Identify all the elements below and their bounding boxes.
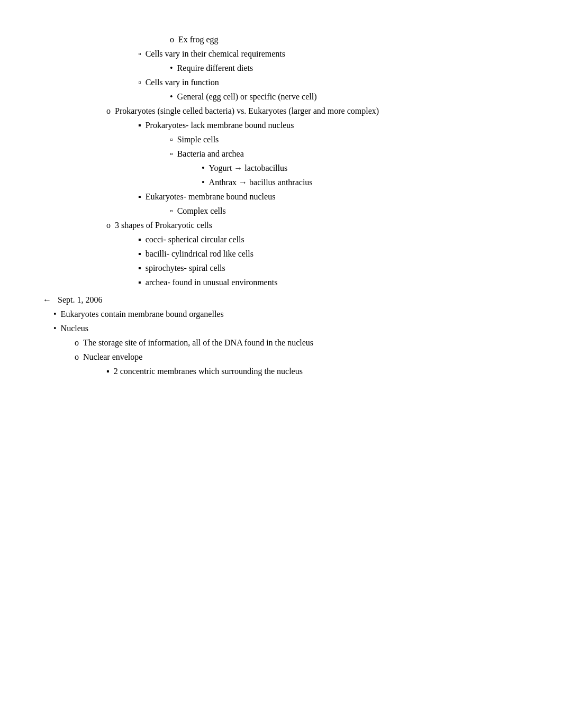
outline-line: ▫Cells vary in their chemical requiremen… bbox=[43, 48, 519, 60]
line-text: Nucleus bbox=[61, 322, 519, 335]
line-text: Eukaryotes contain membrane bound organe… bbox=[61, 308, 519, 321]
outline-line: oThe storage site of information, all of… bbox=[43, 336, 519, 349]
outline-line: ▫Bacteria and archea bbox=[43, 148, 519, 160]
line-text: Simple cells bbox=[177, 133, 519, 146]
bullet-icon: ▪ bbox=[138, 233, 141, 246]
date-outline-content: •Eukaryotes contain membrane bound organ… bbox=[43, 308, 519, 378]
line-text: Eukaryotes- membrane bound nucleus bbox=[146, 190, 519, 203]
back-arrow-icon: ← bbox=[43, 295, 51, 305]
bullet-icon: ▫ bbox=[170, 148, 173, 160]
line-text: archea- found in unusual environments bbox=[146, 276, 519, 289]
outline-line: oEx frog egg bbox=[43, 33, 519, 46]
bullet-icon: o bbox=[106, 219, 111, 232]
line-text: 2 concentric membranes which surrounding… bbox=[114, 365, 519, 378]
line-text: Cells vary in their chemical requirement… bbox=[146, 48, 519, 60]
bullet-icon: ▫ bbox=[170, 133, 173, 146]
line-text: Prokaryotes (single celled bacteria) vs.… bbox=[115, 105, 519, 117]
outline-line: •Require different diets bbox=[43, 62, 519, 75]
bullet-icon: • bbox=[202, 176, 205, 189]
line-text: Prokaryotes- lack membrane bound nucleus bbox=[146, 119, 519, 132]
line-text: Nuclear envelope bbox=[83, 351, 519, 363]
bullet-icon: ▫ bbox=[138, 76, 141, 89]
outline-line: ▪cocci- spherical circular cells bbox=[43, 233, 519, 246]
line-text: Ex frog egg bbox=[178, 33, 519, 46]
bullet-icon: ▪ bbox=[138, 248, 141, 260]
outline-line: o3 shapes of Prokaryotic cells bbox=[43, 219, 519, 232]
bullet-icon: ▪ bbox=[106, 365, 110, 378]
outline-line: ▫Complex cells bbox=[43, 205, 519, 217]
bullet-icon: • bbox=[170, 90, 173, 103]
line-text: Cells vary in function bbox=[146, 76, 519, 89]
date-label: Sept. 1, 2006 bbox=[58, 295, 102, 305]
outline-line: •General (egg cell) or specific (nerve c… bbox=[43, 90, 519, 103]
bullet-icon: o bbox=[106, 105, 111, 117]
outline-line: ▪archea- found in unusual environments bbox=[43, 276, 519, 289]
outline-line: •Nucleus bbox=[43, 322, 519, 335]
line-text: Bacteria and archea bbox=[177, 148, 519, 160]
bullet-icon: ▪ bbox=[138, 262, 141, 275]
line-text: Complex cells bbox=[177, 205, 519, 217]
bullet-icon: • bbox=[202, 162, 205, 175]
bullet-icon: ▪ bbox=[138, 119, 141, 132]
line-text: The storage site of information, all of … bbox=[83, 336, 519, 349]
outline-line: oProkaryotes (single celled bacteria) vs… bbox=[43, 105, 519, 117]
outline-content: oEx frog egg▫Cells vary in their chemica… bbox=[43, 33, 519, 289]
outline-line: ▫Simple cells bbox=[43, 133, 519, 146]
bullet-icon: ▪ bbox=[138, 276, 141, 289]
line-text: Yogurt → lactobacillus bbox=[209, 162, 519, 175]
bullet-icon: • bbox=[53, 322, 57, 335]
bullet-icon: • bbox=[53, 308, 57, 321]
outline-line: •Yogurt → lactobacillus bbox=[43, 162, 519, 175]
outline-line: ▪Prokaryotes- lack membrane bound nucleu… bbox=[43, 119, 519, 132]
date-section: ← Sept. 1, 2006 bbox=[43, 295, 519, 305]
bullet-icon: o bbox=[75, 351, 79, 363]
outline-line: oNuclear envelope bbox=[43, 351, 519, 363]
bullet-icon: o bbox=[75, 336, 79, 349]
outline-line: •Anthrax → bacillus anthracius bbox=[43, 176, 519, 189]
line-text: General (egg cell) or specific (nerve ce… bbox=[177, 90, 519, 103]
bullet-icon: ▫ bbox=[138, 48, 141, 60]
outline-line: ▪spirochytes- spiral cells bbox=[43, 262, 519, 275]
outline-line: •Eukaryotes contain membrane bound organ… bbox=[43, 308, 519, 321]
main-content: oEx frog egg▫Cells vary in their chemica… bbox=[43, 33, 519, 378]
outline-line: ▫Cells vary in function bbox=[43, 76, 519, 89]
bullet-icon: ▫ bbox=[170, 205, 173, 217]
line-text: Require different diets bbox=[177, 62, 519, 75]
outline-line: ▪bacilli- cylindrical rod like cells bbox=[43, 248, 519, 260]
bullet-icon: ▪ bbox=[138, 190, 141, 203]
line-text: 3 shapes of Prokaryotic cells bbox=[115, 219, 519, 232]
line-text: spirochytes- spiral cells bbox=[146, 262, 519, 275]
bullet-icon: o bbox=[170, 33, 174, 46]
outline-line: ▪2 concentric membranes which surroundin… bbox=[43, 365, 519, 378]
bullet-icon: • bbox=[170, 62, 173, 75]
line-text: Anthrax → bacillus anthracius bbox=[209, 176, 519, 189]
line-text: bacilli- cylindrical rod like cells bbox=[146, 248, 519, 260]
line-text: cocci- spherical circular cells bbox=[146, 233, 519, 246]
outline-line: ▪Eukaryotes- membrane bound nucleus bbox=[43, 190, 519, 203]
